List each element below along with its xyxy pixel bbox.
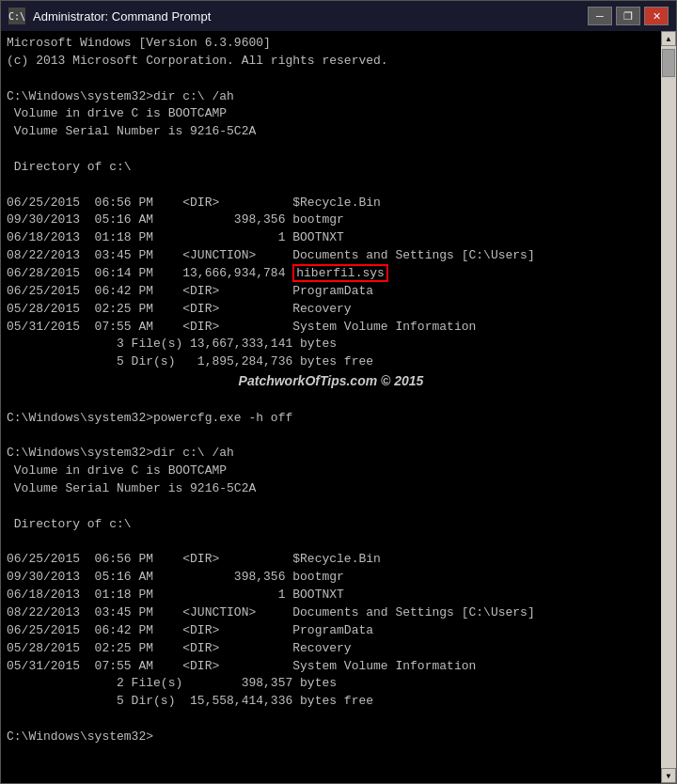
console-line [7, 534, 655, 552]
console-line: 3 File(s) 13,667,333,141 bytes [7, 336, 655, 353]
console-line: Volume Serial Number is 9216-5C2A [7, 123, 655, 141]
scrollbar[interactable]: ▲ ▼ [661, 31, 676, 783]
console-line [7, 141, 655, 159]
minimize-button[interactable]: ─ [588, 7, 612, 25]
console-line: 05/28/2015 02:25 PM <DIR> Recovery [7, 301, 655, 319]
watermark-text: PatchworkOfTips.com © 2015 [239, 373, 424, 388]
console-line: 05/31/2015 07:55 AM <DIR> System Volume … [7, 319, 655, 337]
console-line: 09/30/2013 05:16 AM 398,356 bootmgr [7, 212, 655, 229]
console-line: PatchworkOfTips.com © 2015 [7, 371, 655, 392]
console-line: 5 Dir(s) 15,558,414,336 bytes free [7, 693, 655, 711]
console-line: 06/18/2013 01:18 PM 1 BOOTNXT [7, 229, 655, 247]
highlight-hiberfil: hiberfil.sys [292, 264, 388, 282]
console-area: Microsoft Windows [Version 6.3.9600](c) … [1, 31, 676, 783]
console-line: 06/28/2015 06:14 PM 13,666,934,784 hiber… [7, 265, 655, 283]
console-line: Volume in drive C is BOOTCAMP [7, 105, 655, 123]
console-line [7, 498, 655, 516]
cmd-icon: C:\ [8, 8, 25, 24]
console-line [7, 711, 655, 729]
console-line: 08/22/2013 03:45 PM <JUNCTION> Documents… [7, 604, 655, 622]
title-bar: C:\ Administrator: Command Prompt ─ ❐ ✕ [1, 1, 676, 31]
console-line: C:\Windows\system32>dir c:\ /ah [7, 445, 655, 463]
console-line: 06/25/2015 06:42 PM <DIR> ProgramData [7, 283, 655, 301]
console-line [7, 71, 655, 88]
console-line [7, 428, 655, 446]
console-line: Volume Serial Number is 9216-5C2A [7, 480, 655, 498]
console-line: 06/25/2015 06:56 PM <DIR> $Recycle.Bin [7, 195, 655, 212]
scroll-track[interactable] [661, 46, 676, 768]
console-line: Directory of c:\ [7, 516, 655, 534]
console-line: Microsoft Windows [Version 6.3.9600] [7, 35, 655, 53]
window: C:\ Administrator: Command Prompt ─ ❐ ✕ … [0, 0, 677, 784]
console-line: (c) 2013 Microsoft Corporation. All righ… [7, 53, 655, 71]
console-line: 05/31/2015 07:55 AM <DIR> System Volume … [7, 658, 655, 676]
console-output[interactable]: Microsoft Windows [Version 6.3.9600](c) … [1, 31, 661, 783]
console-line: 5 Dir(s) 1,895,284,736 bytes free [7, 353, 655, 371]
console-line: C:\Windows\system32>dir c:\ /ah [7, 88, 655, 106]
scroll-thumb[interactable] [662, 49, 675, 77]
maximize-button[interactable]: ❐ [616, 7, 640, 25]
window-title: Administrator: Command Prompt [33, 9, 211, 24]
console-line: Volume in drive C is BOOTCAMP [7, 463, 655, 480]
console-line: 06/25/2015 06:56 PM <DIR> $Recycle.Bin [7, 551, 655, 569]
console-line: 09/30/2013 05:16 AM 398,356 bootmgr [7, 569, 655, 587]
console-line: 06/25/2015 06:42 PM <DIR> ProgramData [7, 622, 655, 640]
scroll-up-button[interactable]: ▲ [661, 31, 676, 46]
window-controls: ─ ❐ ✕ [588, 7, 669, 25]
console-line: 06/18/2013 01:18 PM 1 BOOTNXT [7, 587, 655, 604]
console-line [7, 392, 655, 410]
console-line: C:\Windows\system32>powercfg.exe -h off [7, 410, 655, 428]
console-line: Directory of c:\ [7, 159, 655, 177]
console-line [7, 177, 655, 195]
console-line: 08/22/2013 03:45 PM <JUNCTION> Documents… [7, 247, 655, 265]
console-line: 05/28/2015 02:25 PM <DIR> Recovery [7, 640, 655, 658]
title-bar-left: C:\ Administrator: Command Prompt [8, 8, 211, 24]
close-button[interactable]: ✕ [644, 7, 669, 25]
scroll-down-button[interactable]: ▼ [661, 768, 676, 783]
console-line: C:\Windows\system32> [7, 729, 655, 746]
console-line: 2 File(s) 398,357 bytes [7, 675, 655, 693]
